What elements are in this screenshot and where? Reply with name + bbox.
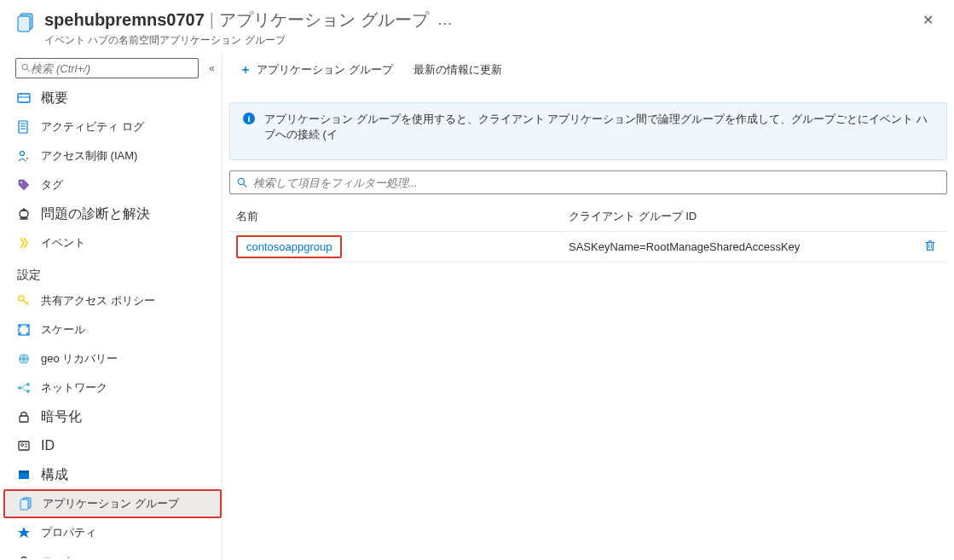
- sidebar-item-label: 問題の診断と解決: [41, 205, 150, 223]
- table-header: 名前 クライアント グループ ID: [229, 201, 947, 232]
- svg-line-18: [26, 302, 28, 303]
- filter-input[interactable]: [253, 176, 940, 189]
- client-group-id: SASKeyName=RootManageSharedAccessKey: [562, 240, 913, 253]
- sidebar-item-network[interactable]: ネットワーク: [3, 373, 222, 402]
- log-icon: [17, 120, 31, 134]
- sidebar-item-label: ID: [41, 438, 55, 453]
- svg-point-11: [20, 152, 25, 156]
- overview-icon: [17, 91, 31, 105]
- sidebar-item-label: プロパティ: [41, 525, 96, 540]
- sidebar-search-input[interactable]: [31, 62, 193, 75]
- sidebar-item-label: geo リカバリー: [41, 351, 118, 367]
- sidebar-search[interactable]: [15, 58, 199, 78]
- filter-box[interactable]: [229, 170, 947, 194]
- sidebar: « 概要アクティビティ ログアクセス制御 (IAM)タグ問題の診断と解決イベント…: [0, 53, 222, 560]
- sidebar-item-log[interactable]: アクティビティ ログ: [3, 113, 222, 141]
- sidebar-item-label: 暗号化: [41, 408, 82, 426]
- sidebar-item-label: スケール: [41, 322, 85, 338]
- sidebar-item-lock2[interactable]: ロック: [3, 547, 222, 558]
- sidebar-item-overview[interactable]: 概要: [3, 84, 222, 113]
- info-icon: i: [242, 112, 256, 125]
- svg-line-40: [244, 184, 246, 187]
- svg-point-24: [26, 390, 30, 393]
- sidebar-item-events[interactable]: イベント: [3, 228, 222, 257]
- sidebar-item-label: イベント: [41, 235, 85, 251]
- svg-point-23: [26, 383, 30, 386]
- network-icon: [17, 381, 31, 395]
- sidebar-item-label: アクセス制御 (IAM): [41, 148, 137, 164]
- sidebar-item-label: ネットワーク: [41, 380, 107, 395]
- sidebar-item-lock[interactable]: 暗号化: [3, 402, 222, 431]
- properties-icon: [17, 526, 31, 540]
- diagnose-icon: [17, 207, 31, 221]
- svg-point-13: [20, 182, 22, 183]
- table-row: contosoappgroupSASKeyName=RootManageShar…: [229, 232, 947, 263]
- delete-icon[interactable]: [924, 241, 936, 254]
- id-icon: [17, 439, 31, 453]
- app-group-link[interactable]: contosoappgroup: [246, 240, 332, 253]
- iam-icon: [17, 149, 31, 163]
- svg-line-25: [21, 384, 26, 388]
- svg-point-12: [26, 158, 28, 159]
- sidebar-item-diagnose[interactable]: 問題の診断と解決: [3, 199, 222, 228]
- info-banner: i アプリケーション グループを使用すると、クライアント アプリケーション間で論…: [229, 102, 947, 160]
- svg-line-26: [21, 388, 26, 391]
- scale-icon: [17, 323, 31, 337]
- toolbar: ＋ アプリケーション グループ 最新の情報に更新: [223, 53, 954, 87]
- sidebar-item-iam[interactable]: アクセス制御 (IAM): [3, 141, 222, 170]
- svg-point-39: [238, 178, 244, 184]
- svg-point-20: [19, 354, 29, 364]
- col-header-id[interactable]: クライアント グループ ID: [562, 209, 913, 224]
- title-separator: |: [210, 10, 214, 30]
- svg-rect-41: [928, 243, 934, 251]
- add-label: アプリケーション グループ: [257, 62, 393, 78]
- svg-rect-1: [18, 16, 30, 32]
- svg-point-22: [18, 386, 21, 390]
- col-header-name[interactable]: 名前: [229, 209, 562, 224]
- blade-header: spehubpremns0707 | アプリケーション グループ … イベント …: [0, 0, 954, 53]
- content-area: ＋ アプリケーション グループ 最新の情報に更新 i アプリケーション グループ…: [222, 53, 954, 560]
- app-group-table: 名前 クライアント グループ ID contosoappgroupSASKeyN…: [229, 201, 947, 263]
- add-app-group-button[interactable]: ＋ アプリケーション グループ: [231, 57, 402, 83]
- collapse-sidebar-icon[interactable]: «: [209, 62, 215, 74]
- geo-icon: [17, 352, 31, 366]
- sidebar-item-appgroup[interactable]: アプリケーション グループ: [3, 489, 222, 518]
- sidebar-item-label: 構成: [41, 466, 68, 484]
- svg-rect-33: [19, 471, 29, 473]
- svg-point-6: [20, 95, 21, 96]
- sidebar-item-id[interactable]: ID: [3, 431, 222, 460]
- sidebar-item-tag[interactable]: タグ: [3, 170, 222, 199]
- svg-line-3: [27, 69, 30, 72]
- breadcrumb: イベント ハブの名前空間アプリケーション グループ: [44, 33, 916, 48]
- sidebar-item-key[interactable]: 共有アクセス ポリシー: [3, 286, 222, 315]
- resource-icon: [15, 12, 36, 32]
- sidebar-item-label: ロック: [41, 554, 74, 558]
- sidebar-item-geo[interactable]: geo リカバリー: [3, 344, 222, 373]
- page-subtitle: アプリケーション グループ: [219, 9, 429, 32]
- svg-rect-35: [20, 499, 28, 510]
- sidebar-item-label: 概要: [41, 89, 68, 107]
- svg-rect-27: [20, 416, 28, 422]
- sidebar-item-label: アクティビティ ログ: [41, 119, 144, 135]
- svg-text:i: i: [247, 113, 250, 124]
- sidebar-item-properties[interactable]: プロパティ: [3, 518, 222, 547]
- lock2-icon: [17, 555, 31, 558]
- svg-point-29: [21, 444, 24, 447]
- svg-rect-7: [19, 121, 27, 133]
- tag-icon: [17, 178, 31, 192]
- events-icon: [17, 236, 31, 250]
- search-icon: [21, 63, 31, 73]
- page-title: spehubpremns0707: [44, 10, 205, 30]
- key-icon: [17, 294, 31, 308]
- sidebar-item-label: 共有アクセス ポリシー: [41, 293, 155, 309]
- section-settings: 設定: [3, 257, 222, 286]
- svg-point-2: [22, 64, 27, 69]
- search-icon: [237, 177, 248, 188]
- sidebar-item-config[interactable]: 構成: [3, 460, 222, 489]
- refresh-button[interactable]: 最新の情報に更新: [405, 57, 511, 83]
- close-button[interactable]: ✕: [916, 9, 940, 32]
- refresh-label: 最新の情報に更新: [413, 62, 502, 78]
- sidebar-item-scale[interactable]: スケール: [3, 315, 222, 344]
- appgroup-icon: [19, 497, 32, 511]
- more-menu-icon[interactable]: …: [437, 11, 453, 29]
